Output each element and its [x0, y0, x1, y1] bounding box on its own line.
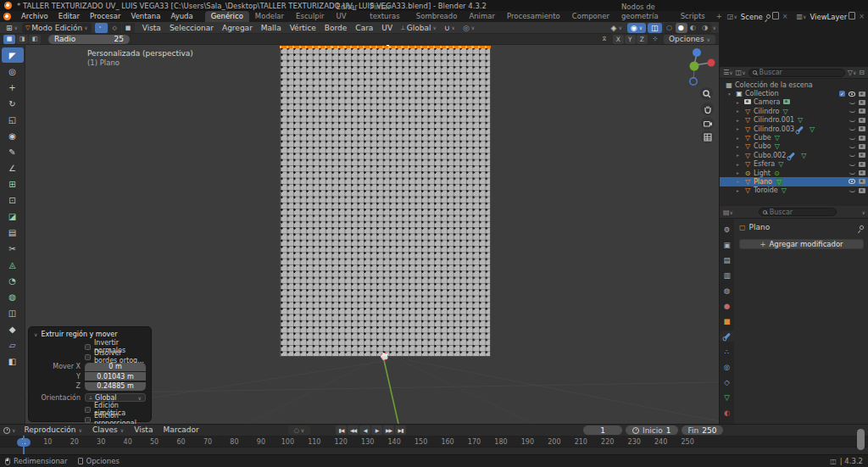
outliner-search-input[interactable]: [760, 69, 841, 76]
current-frame-field[interactable]: 1: [583, 425, 622, 435]
properties-tab-constraints[interactable]: ◇: [720, 376, 734, 387]
workspace-tab-esculpir[interactable]: Esculpir: [290, 11, 330, 22]
orientation-dropdown[interactable]: ⟂ Global ∨: [85, 393, 146, 402]
properties-tab-particles[interactable]: ∴: [720, 346, 734, 357]
snap-target-icon[interactable]: ⊹: [649, 35, 661, 44]
zoom-button[interactable]: [700, 87, 713, 100]
current-frame-line[interactable]: [23, 436, 25, 454]
outliner-filter-mode-icon[interactable]: ◫∨: [736, 69, 746, 76]
outliner-item-toroide[interactable]: ▸▽Toroide▽: [720, 186, 868, 195]
viewlayer-icon[interactable]: ▥∨: [796, 13, 806, 20]
tool-scale[interactable]: ◱: [2, 112, 24, 127]
vertex-select-mode[interactable]: ⠂: [95, 23, 108, 33]
timeline-menu-claves[interactable]: Claves ∨: [87, 425, 129, 436]
outliner-item-light[interactable]: ▸⊙Light⊙: [720, 169, 868, 177]
tool-smooth[interactable]: ◍: [2, 289, 24, 304]
properties-tab-view-layer[interactable]: ▥: [720, 270, 734, 281]
auto-key-record-button[interactable]: ○∨: [288, 425, 310, 435]
viewport-menu-vista[interactable]: Vista: [138, 22, 165, 34]
timeline-editor-icon[interactable]: [3, 427, 10, 434]
frame-start-field[interactable]: Inicio 1: [626, 425, 678, 435]
viewport-menu-cara[interactable]: Cara: [351, 22, 377, 34]
expand-icon[interactable]: ▸: [737, 144, 743, 149]
add-modifier-button[interactable]: + Agregar modificador: [739, 239, 864, 249]
scene-pin-icon[interactable]: [765, 14, 771, 19]
perspective-toggle-button[interactable]: [701, 131, 714, 143]
properties-search-input[interactable]: [770, 208, 832, 216]
camera-visibility-icon[interactable]: [859, 153, 865, 158]
transform-orientation-dropdown[interactable]: ⟂ Global∨: [398, 23, 440, 33]
outliner-item-cilindro-003[interactable]: ▸▽Cilindro.003▽: [720, 125, 868, 133]
properties-tab-object-data[interactable]: ▽: [720, 392, 734, 403]
workspace-tab-pintar-texturas[interactable]: Pintar texturas: [364, 2, 409, 22]
tool-rip-region[interactable]: ◧: [2, 353, 24, 369]
camera-view-button[interactable]: [701, 117, 714, 130]
workspace-tab-scripts[interactable]: Scripts: [675, 11, 711, 22]
camera-visibility-icon[interactable]: [859, 170, 865, 175]
scene-icon[interactable]: ◲∨: [727, 13, 737, 20]
move-z-field[interactable]: 0.24885 m: [85, 382, 146, 391]
camera-visibility-icon[interactable]: [859, 100, 865, 105]
workspace-tab-componer[interactable]: Componer: [566, 11, 615, 22]
expand-icon[interactable]: ▸: [737, 179, 743, 184]
show-gizmo-icon[interactable]: ◈∨: [607, 23, 625, 33]
viewport-menu-agregar[interactable]: Agregar: [218, 22, 257, 34]
jump-to-end-button[interactable]: ▶▮: [395, 425, 406, 435]
expand-icon[interactable]: ▸: [737, 162, 743, 167]
move-y-field[interactable]: 0.01043 m: [85, 372, 146, 381]
editor-type-button[interactable]: ⊞∨: [3, 23, 21, 33]
viewport-menu-vertice[interactable]: Vértice: [286, 22, 320, 34]
mesh-plane[interactable]: [280, 47, 491, 357]
workspace-tab-procesamiento[interactable]: Procesamiento: [501, 11, 566, 22]
tool-rotate[interactable]: ↻: [2, 96, 24, 111]
shading-solid[interactable]: ●: [676, 23, 687, 33]
outliner-item-esfera[interactable]: ▸▽Esfera▽: [720, 160, 868, 169]
outliner-scene-collection[interactable]: ▦Colección de la escena: [720, 81, 868, 89]
breadcrumb-object-name[interactable]: Plano: [749, 223, 771, 231]
tool-select-box[interactable]: ◤: [2, 47, 24, 63]
expand-icon[interactable]: ▸: [737, 126, 743, 131]
timeline-menu-vista[interactable]: Vista: [129, 425, 158, 436]
jump-to-start-button[interactable]: ▮◀: [336, 425, 347, 435]
viewlayer-copy-icon[interactable]: [850, 14, 855, 19]
collection-checkbox[interactable]: ✓: [839, 91, 845, 97]
properties-tab-tool[interactable]: ⚙: [720, 224, 734, 235]
prev-keyframe-button[interactable]: ◀◀: [348, 425, 359, 435]
timeline-scrollbar[interactable]: [857, 429, 865, 450]
operator-panel-title[interactable]: ∨Extruir región y mover: [34, 331, 146, 338]
shading-wireframe[interactable]: ○: [664, 23, 676, 33]
camera-visibility-icon[interactable]: [859, 188, 865, 193]
camera-visibility-icon[interactable]: [859, 118, 865, 123]
blender-menu-icon[interactable]: [3, 13, 11, 20]
add-workspace-button[interactable]: +: [711, 11, 727, 22]
shading-dropdown-icon[interactable]: ∨: [713, 25, 716, 31]
camera-visibility-icon[interactable]: [859, 136, 865, 141]
expand-icon[interactable]: ▸: [737, 170, 743, 175]
outliner-item-plano[interactable]: ▸▽Plano▽: [720, 177, 868, 186]
eye-closed-icon[interactable]: [849, 171, 855, 175]
properties-tab-output[interactable]: ▤: [720, 254, 734, 265]
properties-tab-physics[interactable]: ◎: [720, 361, 734, 372]
camera-visibility-icon[interactable]: [859, 179, 865, 184]
properties-tab-world[interactable]: ●: [720, 300, 734, 311]
axis-gizmo[interactable]: [685, 47, 719, 87]
outliner-item-cubo-002[interactable]: ▸▽Cubo.002▽: [720, 151, 868, 159]
selected-edge[interactable]: [280, 46, 491, 48]
expand-icon[interactable]: ▸: [737, 136, 743, 141]
eye-icon[interactable]: [849, 92, 855, 97]
eye-closed-icon[interactable]: [849, 127, 855, 131]
eye-closed-icon[interactable]: [849, 189, 855, 192]
tool-move[interactable]: +: [2, 80, 24, 95]
mirror-z-button[interactable]: Z: [637, 35, 648, 44]
eye-closed-icon[interactable]: [849, 119, 855, 122]
properties-tab-render[interactable]: ▣: [720, 239, 734, 250]
eye-closed-icon[interactable]: [849, 136, 855, 140]
camera-visibility-icon[interactable]: [859, 108, 865, 114]
outliner-funnel-icon[interactable]: ▽∨: [848, 69, 857, 76]
scene-unlink-icon[interactable]: ×: [782, 13, 788, 20]
edge-select-mode[interactable]: ◇: [108, 23, 121, 33]
timeline-editor-dropdown-icon[interactable]: ∨: [12, 427, 15, 433]
workspace-tab-modelar[interactable]: Modelar: [249, 11, 290, 22]
expand-icon[interactable]: ▸: [737, 108, 743, 114]
scene-copy-icon[interactable]: [774, 14, 779, 19]
